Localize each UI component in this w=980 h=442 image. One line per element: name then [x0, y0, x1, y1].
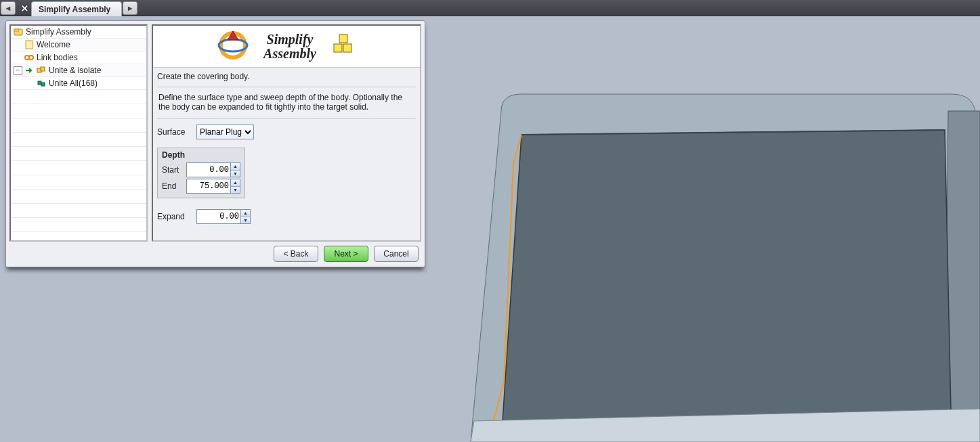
svg-point-6 — [29, 56, 33, 60]
tree-item-label: Link bodies — [37, 53, 78, 62]
wizard-title: Simplify Assembly — [263, 32, 316, 61]
expand-label: Expand — [157, 212, 191, 221]
svg-rect-8 — [41, 67, 45, 71]
depth-group: Depth Start ▲ ▼ — [157, 148, 245, 198]
unite-all-icon — [37, 79, 46, 88]
svg-rect-3 — [14, 29, 18, 31]
tree-root[interactable]: Simplify Assembly — [11, 26, 146, 39]
surface-label: Surface — [157, 127, 191, 137]
spin-up-icon[interactable]: ▲ — [231, 163, 240, 171]
svg-rect-13 — [339, 35, 347, 43]
svg-rect-10 — [41, 83, 45, 86]
svg-rect-4 — [26, 41, 33, 49]
surface-select[interactable]: Planar Plug — [196, 125, 254, 139]
svg-rect-9 — [38, 81, 41, 85]
tree-item-unite-isolate[interactable]: − Unite & isolate — [11, 64, 146, 77]
next-button[interactable]: Next > — [324, 246, 368, 262]
tree-root-label: Simplify Assembly — [26, 27, 91, 37]
tab-label: Simplify Assembly — [39, 5, 110, 14]
folder-icon — [14, 27, 23, 37]
spin-down-icon[interactable]: ▼ — [231, 187, 240, 194]
depth-end-input[interactable]: ▲ ▼ — [186, 179, 240, 194]
wizard-logo-icon — [216, 28, 250, 64]
wizard-button-row: < Back Next > Cancel — [9, 242, 421, 263]
tree-item-label: Unite All(168) — [49, 79, 98, 88]
tree-item-label: Unite & isolate — [49, 66, 101, 75]
cancel-button[interactable]: Cancel — [374, 246, 419, 262]
depth-end-field[interactable] — [187, 179, 230, 193]
wizard-description: Define the surface type and sweep depth … — [157, 87, 416, 119]
link-icon — [24, 53, 34, 62]
tab-bar: ◄ ✕ Simplify Assembly ► — [0, 0, 980, 16]
tab-close-button[interactable]: ✕ — [18, 0, 31, 16]
depth-start-input[interactable]: ▲ ▼ — [186, 162, 240, 177]
tab-prev-button[interactable]: ◄ — [1, 1, 16, 15]
tab-next-button[interactable]: ► — [123, 1, 137, 15]
spin-up-icon[interactable]: ▲ — [241, 210, 250, 217]
simplify-assembly-dialog: Simplify Assembly Welcome Link bodies − — [5, 20, 425, 267]
expand-field[interactable] — [197, 210, 240, 223]
wizard-content-pane: Simplify Assembly Create the covering bo… — [152, 24, 421, 242]
page-icon — [24, 40, 34, 49]
tree-item-label: Welcome — [37, 40, 70, 49]
depth-end-label: End — [162, 181, 182, 191]
spin-down-icon[interactable]: ▼ — [241, 217, 250, 224]
wizard-step-tree[interactable]: Simplify Assembly Welcome Link bodies − — [9, 24, 148, 242]
depth-start-label: Start — [162, 165, 182, 175]
unite-icon — [37, 66, 46, 75]
svg-point-12 — [219, 39, 247, 51]
depth-legend: Depth — [162, 148, 240, 161]
svg-rect-14 — [334, 44, 342, 52]
tree-collapse-icon[interactable]: − — [14, 66, 22, 75]
assembly-icon — [330, 32, 357, 61]
arrow-right-icon — [24, 66, 34, 75]
back-button[interactable]: < Back — [274, 246, 318, 262]
wizard-subheading: Create the covering body. — [157, 70, 416, 87]
svg-rect-15 — [343, 44, 351, 52]
tab-simplify-assembly[interactable]: Simplify Assembly — [31, 1, 122, 16]
expand-input[interactable]: ▲ ▼ — [196, 209, 251, 224]
depth-start-field[interactable] — [187, 163, 230, 177]
spin-up-icon[interactable]: ▲ — [231, 179, 240, 187]
spin-down-icon[interactable]: ▼ — [231, 171, 240, 177]
tree-item-welcome[interactable]: Welcome — [11, 39, 146, 51]
wizard-header: Simplify Assembly — [153, 26, 420, 68]
tree-item-link-bodies[interactable]: Link bodies — [11, 51, 146, 64]
tree-item-unite-all[interactable]: Unite All(168) — [11, 77, 146, 90]
